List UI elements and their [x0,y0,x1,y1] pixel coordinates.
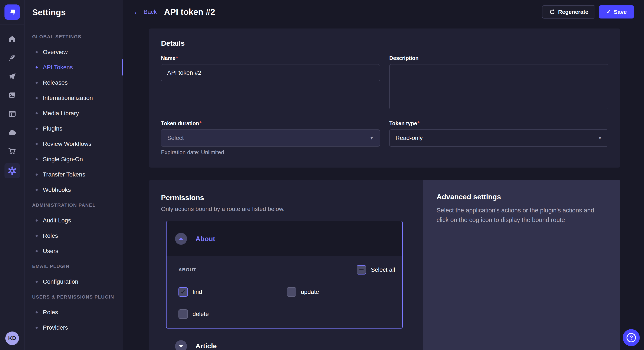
details-title: Details [161,39,608,47]
sidebar-item-plugins[interactable]: Plugins [24,121,123,136]
strapi-logo-glyph [8,8,16,16]
sidebar-item-label: Transfer Tokens [43,171,85,178]
description-label: Description [389,55,608,61]
sidebar-item-audit-logs[interactable]: Audit Logs [24,213,123,228]
indeterminate-dash-icon [359,269,364,270]
accordion-article-title: Article [196,342,217,350]
help-button[interactable]: ? [623,329,640,346]
sidebar-item-admin-roles[interactable]: Roles [24,228,123,243]
required-asterisk: * [200,120,202,126]
sidebar-item-label: Plugins [43,125,62,132]
token-duration-select[interactable]: Select ▼ [161,130,380,147]
delete-checkbox[interactable] [178,309,188,319]
details-form-row-1: Name* Description [161,55,608,110]
sidebar-item-label: Overview [43,49,68,55]
sidebar-item-webhooks[interactable]: Webhooks [24,182,123,197]
chevron-down-icon: ▼ [598,136,602,141]
refresh-icon [549,9,555,15]
action-row-find[interactable]: ✓ find [178,287,287,297]
sidebar-item-transfer-tokens[interactable]: Transfer Tokens [24,167,123,182]
name-input[interactable] [161,64,380,81]
advanced-settings-description: Select the application's actions or the … [436,206,605,225]
details-form-row-2: Token duration* Select ▼ Expiration date… [161,120,608,156]
update-checkbox[interactable] [287,287,296,297]
description-input[interactable] [389,64,608,109]
find-checkbox[interactable]: ✓ [178,287,188,297]
page-title: API token #2 [164,7,215,17]
check-icon: ✓ [606,9,611,15]
select-all-row[interactable]: Select all [357,265,395,275]
update-label: update [301,289,319,295]
bullet-icon [36,158,38,160]
content-area: Details Name* Description Token duration… [123,24,644,350]
back-arrow-icon: ← [133,8,140,15]
bullet-icon [36,112,38,114]
sidebar-item-configuration[interactable]: Configuration [24,274,123,289]
settings-gear-icon[interactable] [4,163,20,178]
accordion-article-header[interactable]: Article [166,329,403,350]
bullet-icon [36,51,38,53]
sidebar-item-single-sign-on[interactable]: Single Sign-On [24,152,123,167]
cloud-deploy-icon[interactable] [4,126,20,139]
regenerate-button[interactable]: Regenerate [542,5,596,18]
accordion-about-header[interactable]: About [166,221,402,256]
sidebar-item-users[interactable]: Users [24,243,123,259]
sidebar-item-label: Roles [43,232,58,239]
section-administration-panel: ADMINISTRATION PANEL [32,197,123,213]
required-asterisk: * [418,120,420,126]
permissions-column: Permissions Only actions bound by a rout… [149,180,414,350]
action-row-delete[interactable]: delete [178,309,287,319]
content-manager-feather-icon[interactable] [4,51,20,64]
collapse-toggle-button[interactable] [175,233,187,245]
sidebar-item-overview[interactable]: Overview [24,44,123,60]
bullet-icon [36,174,38,176]
section-global-settings: GLOBAL SETTINGS [32,29,123,44]
sidebar-item-providers[interactable]: Providers [24,320,123,335]
sidebar-item-label: Users [43,248,58,255]
token-type-field-group: Token type* Read-only ▼ [389,120,608,156]
chevron-down-icon: ▼ [370,136,374,141]
sidebar-item-label: Media Library [43,110,79,117]
main-content: ← Back API token #2 Regenerate ✓ Save De… [123,0,644,350]
sidebar-item-label: Configuration [43,278,78,285]
description-field-group: Description [389,55,608,110]
select-all-checkbox[interactable] [357,265,366,275]
regenerate-label: Regenerate [558,9,588,15]
media-library-icon[interactable] [4,88,20,102]
header-actions: Regenerate ✓ Save [542,5,634,18]
sidebar-item-review-workflows[interactable]: Review Workflows [24,136,123,152]
sidebar-item-label: Internationalization [43,95,93,101]
triangle-up-icon [179,237,183,240]
delete-label: delete [192,311,209,318]
about-section-label: ABOUT [178,267,196,273]
sidebar-title: Settings [32,8,123,17]
rail-icon-list [4,32,20,178]
strapi-logo[interactable] [4,4,20,20]
about-subject-row: ABOUT Select all [178,263,395,276]
required-asterisk: * [176,55,178,61]
token-type-select[interactable]: Read-only ▼ [389,130,608,147]
home-icon[interactable] [4,32,20,46]
page-header: ← Back API token #2 Regenerate ✓ Save [123,0,644,24]
sidebar-item-releases[interactable]: Releases [24,75,123,90]
token-type-value: Read-only [396,135,423,141]
avatar[interactable]: KD [5,332,19,345]
token-duration-field-group: Token duration* Select ▼ Expiration date… [161,120,380,156]
layout-builder-icon[interactable] [4,107,20,121]
sidebar-item-up-roles[interactable]: Roles [24,305,123,320]
back-link[interactable]: ← Back [133,8,157,15]
save-button[interactable]: ✓ Save [599,5,634,18]
bullet-icon [36,143,38,145]
sidebar-item-label: Review Workflows [43,141,91,147]
bullet-icon [36,250,38,252]
marketplace-cart-icon[interactable] [4,144,20,158]
sidebar-item-media-library[interactable]: Media Library [24,106,123,121]
sidebar-item-internationalization[interactable]: Internationalization [24,90,123,106]
expiration-hint: Expiration date: Unlimited [161,149,380,156]
settings-sidebar: Settings GLOBAL SETTINGS Overview API To… [24,0,123,350]
expand-toggle-button[interactable] [175,340,187,350]
action-row-update[interactable]: update [287,287,395,297]
paper-plane-icon[interactable] [4,70,20,83]
bullet-icon [36,327,38,329]
sidebar-item-api-tokens[interactable]: API Tokens [24,60,123,75]
